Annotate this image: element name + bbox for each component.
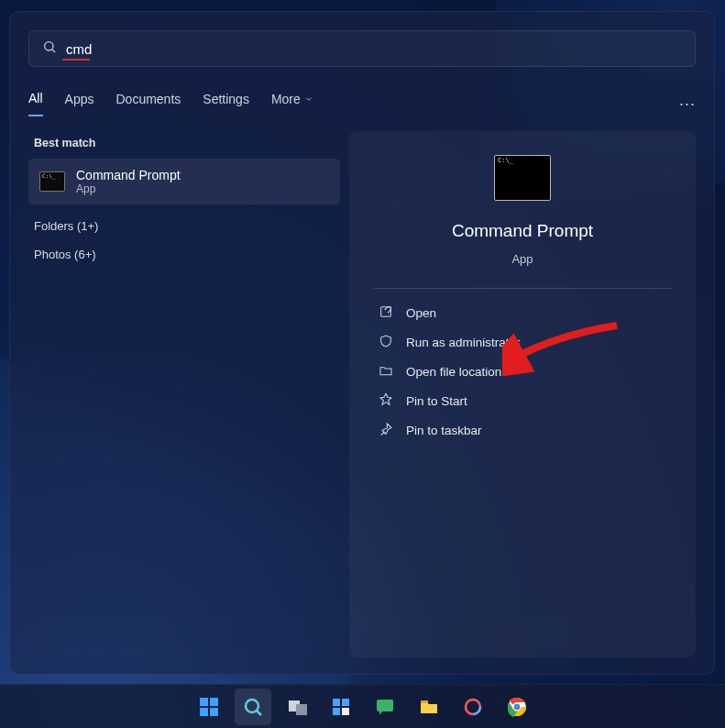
tab-documents[interactable]: Documents [115,92,181,116]
chevron-down-icon [304,92,313,106]
svg-rect-5 [200,708,208,716]
svg-rect-10 [296,704,307,715]
svg-line-8 [257,711,261,715]
tab-apps[interactable]: Apps [65,92,94,116]
svg-rect-14 [342,708,349,715]
search-box[interactable] [28,30,696,67]
search-icon [42,39,57,58]
filter-tabs: All Apps Documents Settings More ··· [28,91,696,116]
preview-pane: Command Prompt App Open Run as administr… [349,131,696,657]
svg-rect-12 [342,699,349,706]
action-pin-to-start[interactable]: Pin to Start [373,386,672,415]
overflow-menu-button[interactable]: ··· [679,94,696,114]
group-folders[interactable]: Folders (1+) [34,219,340,233]
search-panel: All Apps Documents Settings More ··· Bes… [9,11,715,675]
taskbar [0,684,725,728]
taskbar-explorer-button[interactable] [411,689,447,725]
svg-rect-4 [210,698,218,706]
taskbar-start-button[interactable] [191,689,227,725]
svg-rect-6 [210,708,218,716]
svg-rect-15 [377,700,393,711]
command-prompt-icon [494,155,551,201]
divider [373,288,672,289]
tab-settings[interactable]: Settings [203,92,249,116]
action-open[interactable]: Open [373,298,672,327]
svg-line-1 [52,50,55,52]
svg-rect-16 [421,700,428,703]
tab-more[interactable]: More [271,92,313,116]
preview-title: Command Prompt [452,221,593,241]
shield-icon [379,334,393,351]
command-prompt-icon [39,171,65,192]
preview-subtitle: App [511,252,533,266]
taskbar-widgets-button[interactable] [323,689,359,725]
action-pin-to-taskbar[interactable]: Pin to taskbar [373,415,672,445]
spellcheck-underline [62,59,90,61]
pin-icon [379,422,393,439]
taskbar-search-button[interactable] [235,689,271,725]
folder-icon [379,363,393,381]
taskbar-taskview-button[interactable] [279,689,315,725]
svg-rect-13 [333,708,340,715]
action-run-as-administrator[interactable]: Run as administrator [373,327,672,357]
pin-icon [379,392,393,410]
tab-all[interactable]: All [28,91,43,116]
svg-point-0 [45,42,53,50]
taskbar-quicksettings-button[interactable] [455,689,491,725]
result-subtitle: App [76,182,181,195]
svg-rect-3 [200,698,208,706]
action-open-file-location[interactable]: Open file location [373,357,672,386]
svg-point-7 [246,700,258,712]
result-command-prompt[interactable]: Command Prompt App [28,159,340,204]
taskbar-chat-button[interactable] [367,689,403,725]
result-title: Command Prompt [76,168,181,182]
taskbar-chrome-button[interactable] [499,689,535,725]
open-icon [379,304,393,322]
group-photos[interactable]: Photos (6+) [34,248,340,261]
results-column: Best match Command Prompt App Folders (1… [28,131,340,657]
search-input[interactable] [66,41,682,57]
best-match-label: Best match [34,137,340,149]
svg-rect-11 [333,699,340,706]
